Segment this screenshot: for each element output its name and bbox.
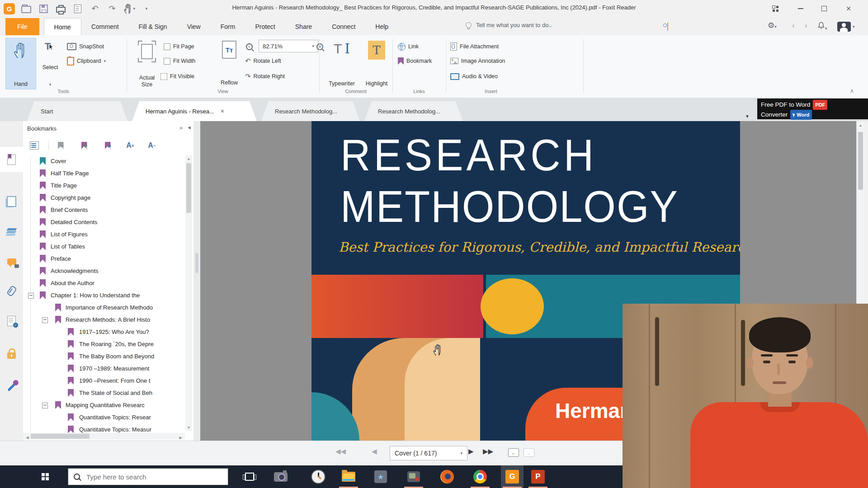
- taskbar-app-photos[interactable]: ★: [369, 465, 392, 488]
- first-page-button[interactable]: ◀◀: [335, 447, 346, 455]
- search-folder-icon[interactable]: [667, 23, 668, 31]
- next-view-button[interactable]: →: [524, 448, 534, 457]
- tab-list-dropdown-icon[interactable]: ▼: [745, 114, 750, 119]
- settings-gear-icon[interactable]: ⚙▾: [768, 21, 777, 30]
- bookmark-item[interactable]: 1990 –Present: From One t: [23, 375, 184, 387]
- actual-size-button[interactable]: Actual Size: [132, 38, 162, 90]
- restore-button[interactable]: [817, 4, 831, 14]
- bookmark-item[interactable]: Acknowledgments: [23, 265, 184, 277]
- bookmark-item[interactable]: The Roaring `20s, the Depre: [23, 338, 184, 350]
- tell-me-box[interactable]: Tell me what you want to do..: [466, 22, 552, 28]
- rotate-right-button[interactable]: ↷ Rotate Right: [245, 71, 285, 81]
- fit-page-button[interactable]: Fit Page: [164, 42, 194, 52]
- scrollbar-thumb[interactable]: [31, 434, 90, 439]
- bookmark-item[interactable]: About the Author: [23, 277, 184, 289]
- splitter-grip[interactable]: [195, 253, 198, 273]
- close-tab-icon[interactable]: ×: [221, 108, 224, 115]
- notifications-bell-icon[interactable]: ▾: [817, 22, 827, 32]
- fit-visible-button[interactable]: Fit Visible: [160, 71, 194, 81]
- taskbar-app-camera[interactable]: [269, 465, 292, 488]
- sidebar-item-bookmarks-panel[interactable]: [0, 147, 23, 172]
- bookmark-item[interactable]: Cover: [23, 155, 184, 167]
- link-button[interactable]: Link: [398, 42, 419, 52]
- taskbar-app-powerpoint[interactable]: P: [527, 465, 549, 488]
- sidebar-item-security-panel[interactable]: [0, 341, 23, 366]
- bookmark-options-icon[interactable]: [28, 140, 40, 151]
- pdf-to-word-promo[interactable]: Free PDF to Word PDF Converter Word: [757, 99, 868, 119]
- taskbar-search-box[interactable]: [68, 468, 228, 485]
- bookmark-item[interactable]: The State of Social and Beh: [23, 387, 184, 399]
- remove-bookmark-icon[interactable]: ×: [55, 140, 66, 151]
- document-tab-2[interactable]: Herman Aguinis - Resea...×: [132, 101, 257, 121]
- expander-minus-icon[interactable]: [42, 317, 48, 323]
- audio-video-button[interactable]: Audio & Video: [450, 71, 498, 81]
- bookmark-item[interactable]: 1917–1925: Who Are You?: [23, 326, 184, 338]
- taskbar-app-chrome[interactable]: [469, 465, 491, 488]
- select-tool-button[interactable]: T Select ▾: [36, 38, 64, 89]
- taskbar-search-input[interactable]: [85, 473, 222, 481]
- page-number-combobox[interactable]: Cover (1 / 617) ▾: [390, 446, 467, 460]
- font-increase-icon[interactable]: A+: [124, 140, 136, 151]
- ribbon-tab-home[interactable]: Home: [44, 18, 81, 35]
- collapse-panel-icon[interactable]: ◄: [187, 125, 192, 130]
- document-tab-1[interactable]: Start: [27, 101, 127, 121]
- back-icon[interactable]: ‹: [792, 21, 795, 30]
- bookmark-item[interactable]: Chapter 1: How to Understand the: [23, 289, 184, 301]
- panel-splitter[interactable]: [193, 121, 201, 441]
- taskbar-app-firefox[interactable]: [436, 465, 458, 488]
- scroll-left-icon[interactable]: ◀: [24, 434, 31, 441]
- taskbar-app-file-explorer[interactable]: [337, 465, 360, 488]
- sidebar-item-attachments-panel[interactable]: [0, 278, 23, 304]
- expander-minus-icon[interactable]: [28, 293, 34, 299]
- scroll-down-icon[interactable]: ▼: [185, 424, 192, 431]
- ribbon-tab-share[interactable]: Share: [285, 18, 322, 35]
- bookmark-item[interactable]: List of Tables: [23, 240, 184, 253]
- bookmark-item[interactable]: Preface: [23, 253, 184, 265]
- bookmark-item[interactable]: 1970 –1989: Measurement: [23, 362, 184, 375]
- bookmark-item[interactable]: Copyright page: [23, 192, 184, 204]
- font-decrease-icon[interactable]: A−: [146, 140, 158, 151]
- ribbon-tab-protect[interactable]: Protect: [245, 18, 285, 35]
- user-avatar[interactable]: ▾: [837, 22, 855, 32]
- scrollbar-thumb[interactable]: [858, 132, 863, 190]
- rotate-left-button[interactable]: ↶ Rotate Left: [245, 56, 281, 66]
- scrollbar-thumb[interactable]: [186, 163, 191, 213]
- taskbar-app-clock[interactable]: [307, 465, 330, 488]
- bookmark-item[interactable]: Detailed Contents: [23, 216, 184, 228]
- sidebar-item-signatures-panel[interactable]: [0, 308, 23, 333]
- document-tab-4[interactable]: Research Methodolog...: [364, 101, 463, 121]
- bookmark-item[interactable]: Importance of Research Methodo: [23, 301, 184, 314]
- zoom-in-button[interactable]: +: [316, 42, 323, 52]
- ribbon-tab-connect[interactable]: Connect: [322, 18, 365, 35]
- bookmarks-vertical-scrollbar[interactable]: ▲ ▼: [185, 155, 192, 431]
- layout-grid-button[interactable]: [769, 4, 782, 14]
- start-button[interactable]: [34, 465, 57, 488]
- bookmark-item[interactable]: Half Title Page: [23, 167, 184, 179]
- fit-width-button[interactable]: Fit Width: [164, 56, 195, 66]
- hand-tool-button[interactable]: Hand: [5, 38, 36, 89]
- ribbon-tab-view[interactable]: View: [177, 18, 211, 35]
- ribbon-tab-form[interactable]: Form: [211, 18, 245, 35]
- bookmarks-horizontal-scrollbar[interactable]: ◀ ▶: [23, 433, 185, 440]
- scroll-up-icon[interactable]: ▲: [857, 122, 864, 129]
- sidebar-item-layers-panel[interactable]: [0, 219, 23, 244]
- bookmark-item[interactable]: List of Figures: [23, 228, 184, 240]
- document-tab-3[interactable]: Research Methodolog...: [261, 101, 360, 121]
- goto-bookmark-icon[interactable]: ▸: [102, 140, 113, 151]
- task-view-button[interactable]: [238, 465, 261, 488]
- bookmark-item[interactable]: Research Methods: A Brief Histo: [23, 314, 184, 326]
- bookmark-item[interactable]: Mapping Quantitative Researc: [23, 399, 184, 411]
- next-page-button[interactable]: ▶: [468, 447, 474, 455]
- bookmark-item[interactable]: Quantitative Topics: Resear: [23, 411, 184, 423]
- close-button[interactable]: ×: [842, 4, 855, 14]
- bookmark-button[interactable]: Bookmark: [398, 56, 432, 66]
- ribbon-tab-comment[interactable]: Comment: [81, 18, 129, 35]
- ribbon-tab-fill-sign[interactable]: Fill & Sign: [129, 18, 177, 35]
- zoom-level-combobox[interactable]: 82.71% ▾: [259, 40, 318, 52]
- typewriter-button[interactable]: TI Typewriter: [323, 38, 361, 89]
- file-attachment-button[interactable]: File Attachment: [450, 42, 499, 52]
- sidebar-item-certificates-panel[interactable]: [0, 374, 23, 399]
- add-bookmark-icon[interactable]: +: [78, 140, 90, 151]
- zoom-out-button[interactable]: −: [246, 42, 253, 52]
- previous-page-button[interactable]: ◀: [372, 447, 377, 455]
